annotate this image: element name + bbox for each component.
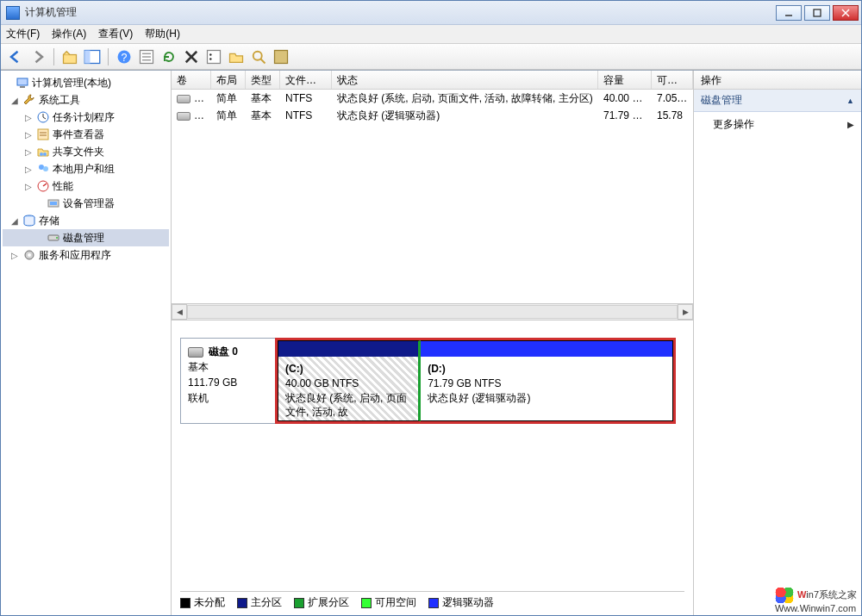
actions-pane: 操作 磁盘管理 ▲ 更多操作 ▶ bbox=[694, 71, 861, 615]
svg-line-19 bbox=[261, 59, 265, 63]
table-row[interactable]: (D:) 简单 基本 NTFS 状态良好 (逻辑驱动器) 71.79 GB 15… bbox=[172, 107, 693, 124]
back-button[interactable] bbox=[6, 47, 25, 66]
vol-fs: NTFS bbox=[280, 92, 332, 104]
menu-view[interactable]: 查看(V) bbox=[98, 27, 133, 41]
svg-point-30 bbox=[43, 152, 47, 156]
folder-open-icon[interactable] bbox=[227, 47, 246, 66]
tree-disk-management[interactable]: 磁盘管理 bbox=[3, 229, 169, 246]
col-free[interactable]: 可用空 bbox=[652, 71, 693, 89]
col-capacity[interactable]: 容量 bbox=[598, 71, 652, 89]
disk-title: 磁盘 0 bbox=[209, 345, 238, 358]
actions-more[interactable]: 更多操作 ▶ bbox=[694, 112, 861, 137]
refresh-icon[interactable] bbox=[159, 47, 178, 66]
maximize-button[interactable] bbox=[804, 5, 830, 21]
titlebar: 计算机管理 bbox=[1, 1, 861, 25]
col-status[interactable]: 状态 bbox=[332, 71, 598, 89]
partition-size: 40.00 GB NTFS bbox=[285, 376, 411, 391]
tree-local-users[interactable]: ▷ 本地用户和组 bbox=[3, 160, 169, 177]
drive-icon bbox=[177, 112, 191, 121]
table-row[interactable]: (C:) 简单 基本 NTFS 状态良好 (系统, 启动, 页面文件, 活动, … bbox=[172, 90, 693, 107]
shared-folder-icon bbox=[36, 145, 50, 159]
tree-shared-folders[interactable]: ▷ 共享文件夹 bbox=[3, 143, 169, 160]
tree-root[interactable]: 计算机管理(本地) bbox=[3, 74, 169, 91]
services-icon bbox=[22, 248, 36, 262]
volume-list-body[interactable]: (C:) 简单 基本 NTFS 状态良好 (系统, 启动, 页面文件, 活动, … bbox=[172, 90, 693, 303]
disk-icon bbox=[47, 231, 60, 245]
vol-type: 基本 bbox=[246, 109, 280, 123]
legend-free: 可用空间 bbox=[375, 596, 416, 608]
tree-storage[interactable]: ◢ 存储 bbox=[3, 212, 169, 229]
partition-c[interactable]: (C:) 40.00 GB NTFS 状态良好 (系统, 启动, 页面文件, 活… bbox=[278, 340, 421, 421]
menu-help[interactable]: 帮助(H) bbox=[145, 27, 180, 41]
col-filesystem[interactable]: 文件系统 bbox=[280, 71, 332, 89]
tree-label: 存储 bbox=[39, 214, 59, 228]
performance-icon bbox=[36, 179, 50, 193]
menu-file[interactable]: 文件(F) bbox=[6, 27, 40, 41]
tree-label: 性能 bbox=[53, 179, 73, 194]
disk-capacity: 111.79 GB bbox=[188, 375, 268, 390]
disk-type: 基本 bbox=[188, 359, 268, 375]
scroll-track[interactable] bbox=[187, 305, 678, 319]
tree-performance[interactable]: ▷ 性能 bbox=[3, 177, 169, 195]
tree-label: 设备管理器 bbox=[63, 196, 115, 211]
search-icon[interactable] bbox=[249, 47, 268, 66]
actions-section-disk-management[interactable]: 磁盘管理 ▲ bbox=[694, 90, 861, 112]
volume-list-header[interactable]: 卷 布局 类型 文件系统 状态 容量 可用空 bbox=[172, 71, 693, 90]
tree-system-tools[interactable]: ◢ 系统工具 bbox=[3, 91, 169, 109]
svg-point-18 bbox=[253, 51, 262, 59]
vol-status: 状态良好 (系统, 启动, 页面文件, 活动, 故障转储, 主分区) bbox=[332, 91, 598, 106]
window-title: 计算机管理 bbox=[25, 5, 77, 20]
tree-event-viewer[interactable]: ▷ 事件查看器 bbox=[3, 126, 169, 143]
tree-label: 事件查看器 bbox=[53, 128, 104, 142]
vol-status: 状态良好 (逻辑驱动器) bbox=[332, 109, 598, 123]
show-hide-tree-button[interactable] bbox=[83, 47, 102, 66]
forward-button[interactable] bbox=[28, 47, 47, 66]
settings-list-icon[interactable] bbox=[204, 47, 223, 66]
storage-icon bbox=[22, 214, 36, 227]
up-button[interactable] bbox=[60, 47, 79, 66]
tree-label: 计算机管理(本地) bbox=[32, 76, 111, 90]
tree-task-scheduler[interactable]: ▷ 任务计划程序 bbox=[3, 109, 169, 126]
tree-label: 共享文件夹 bbox=[53, 145, 104, 159]
partition-header bbox=[278, 341, 418, 357]
tree-label: 磁盘管理 bbox=[63, 231, 104, 246]
disk-row[interactable]: 磁盘 0 基本 111.79 GB 联机 (C:) 40.00 GB NTFS … bbox=[180, 338, 676, 424]
col-layout[interactable]: 布局 bbox=[211, 71, 246, 89]
nav-tree[interactable]: 计算机管理(本地) ◢ 系统工具 ▷ 任务计划程序 ▷ 事件查看器 ▷ 共享文件… bbox=[1, 71, 172, 615]
menu-action[interactable]: 操作(A) bbox=[52, 27, 86, 41]
legend: 未分配 主分区 扩展分区 可用空间 逻辑驱动器 bbox=[180, 591, 684, 610]
actions-title: 操作 bbox=[694, 71, 861, 90]
collapse-icon: ▲ bbox=[846, 96, 854, 105]
scroll-left-button[interactable]: ◀ bbox=[172, 304, 187, 320]
vol-capacity: 40.00 GB bbox=[598, 92, 652, 104]
properties-icon[interactable] bbox=[137, 47, 156, 66]
minimize-button[interactable] bbox=[776, 5, 802, 21]
svg-rect-4 bbox=[64, 54, 77, 63]
help-icon[interactable]: ? bbox=[115, 47, 134, 66]
col-type[interactable]: 类型 bbox=[246, 71, 280, 89]
vol-capacity: 71.79 GB bbox=[598, 109, 652, 121]
toolbar: ? bbox=[1, 44, 861, 70]
app-icon bbox=[6, 6, 20, 20]
vol-free: 15.78 bbox=[652, 109, 693, 121]
tool-icon[interactable] bbox=[272, 47, 290, 66]
legend-extended: 扩展分区 bbox=[308, 596, 349, 608]
actions-more-label: 更多操作 bbox=[713, 117, 754, 132]
tree-label: 服务和应用程序 bbox=[39, 248, 111, 263]
tree-device-manager[interactable]: 设备管理器 bbox=[3, 195, 169, 212]
partition-status: 状态良好 (逻辑驱动器) bbox=[428, 391, 665, 406]
col-volume[interactable]: 卷 bbox=[172, 71, 211, 89]
legend-swatch-extended bbox=[294, 598, 304, 608]
delete-icon[interactable] bbox=[182, 47, 201, 66]
legend-swatch-primary bbox=[237, 598, 247, 608]
disk-graphical-view: 磁盘 0 基本 111.79 GB 联机 (C:) 40.00 GB NTFS … bbox=[172, 320, 693, 615]
close-button[interactable] bbox=[833, 5, 859, 21]
scroll-right-button[interactable]: ▶ bbox=[678, 304, 693, 320]
partition-d[interactable]: (D:) 71.79 GB NTFS 状态良好 (逻辑驱动器) bbox=[421, 340, 673, 421]
tree-services-apps[interactable]: ▷ 服务和应用程序 bbox=[3, 246, 169, 264]
drive-icon bbox=[177, 95, 191, 103]
chevron-right-icon: ▶ bbox=[847, 120, 854, 129]
horizontal-scrollbar[interactable]: ◀ ▶ bbox=[172, 303, 693, 320]
partition-status: 状态良好 (系统, 启动, 页面文件, 活动, 故 bbox=[285, 391, 411, 420]
disk-info[interactable]: 磁盘 0 基本 111.79 GB 联机 bbox=[180, 338, 275, 424]
